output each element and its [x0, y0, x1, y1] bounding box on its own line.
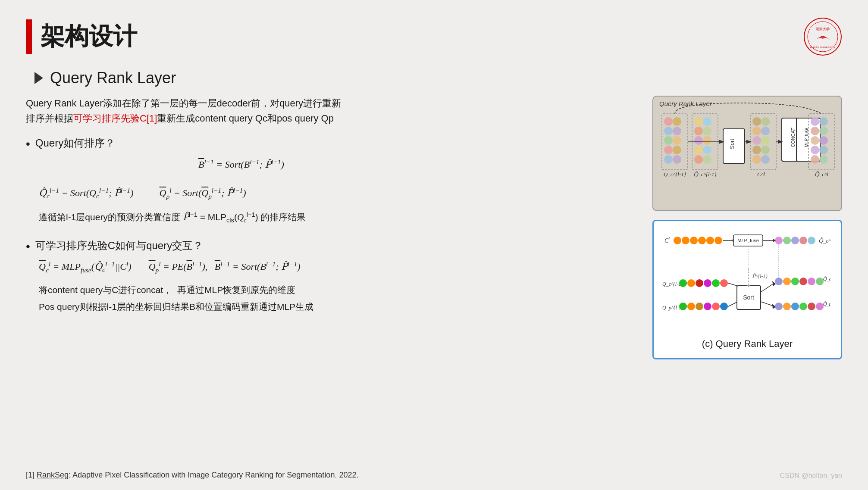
svg-point-34 — [761, 127, 770, 135]
footer: [1] RankSeg: Adaptive Pixel Classificati… — [26, 471, 842, 480]
svg-point-96 — [696, 303, 703, 310]
explain-2b: Pos query则根据l-1层的坐标回归结果B和位置编码重新通过MLP生成 — [39, 300, 627, 314]
svg-point-31 — [752, 117, 761, 126]
svg-point-70 — [706, 237, 714, 244]
svg-text:Q̄_c^l: Q̄_c^l — [818, 237, 830, 244]
svg-line-92 — [728, 283, 737, 286]
svg-point-10 — [673, 127, 681, 135]
svg-point-86 — [679, 279, 687, 287]
svg-point-91 — [720, 279, 728, 287]
formula-3b: Qpl = PE(Bl−1), Bl−1 = Sort(Bl−1; P̂l−1) — [149, 260, 301, 274]
svg-point-20 — [694, 127, 703, 135]
svg-point-120 — [799, 303, 807, 310]
svg-text:Query Rank Layer: Query Rank Layer — [659, 100, 712, 107]
svg-point-118 — [783, 303, 791, 310]
svg-point-33 — [752, 127, 761, 135]
svg-point-111 — [799, 278, 807, 285]
explain-2a: 将content query与C进行concat， 再通过MLP恢复到原先的维度 — [39, 283, 627, 297]
svg-point-25 — [703, 146, 711, 154]
svg-point-54 — [811, 155, 819, 164]
svg-point-8 — [673, 117, 681, 126]
svg-text:Q̄_c^l: Q̄_c^l — [815, 171, 828, 178]
svg-point-47 — [819, 117, 828, 126]
formula-3a: Qcl = MLPfuse(Q̂cl−1||Cl) — [39, 260, 132, 274]
svg-point-108 — [775, 278, 783, 285]
svg-point-89 — [704, 279, 711, 287]
top-diagram-svg: Query Rank Layer — [653, 97, 842, 209]
svg-point-9 — [664, 127, 673, 135]
svg-point-49 — [819, 127, 828, 135]
svg-point-81 — [799, 237, 807, 244]
slide: 架构设计 湖南大学 HUNAN UNIVERSITY Query Rank La… — [0, 0, 868, 490]
svg-line-106 — [761, 284, 774, 292]
bullet-label-1: Query如何排序？ — [35, 136, 115, 150]
svg-point-18 — [694, 117, 703, 126]
svg-text:HUNAN UNIVERSITY: HUNAN UNIVERSITY — [810, 46, 835, 49]
svg-line-115 — [761, 302, 774, 306]
svg-point-27 — [703, 155, 711, 164]
svg-point-90 — [712, 279, 720, 287]
svg-point-21 — [703, 127, 711, 135]
svg-point-52 — [811, 146, 819, 154]
svg-point-23 — [703, 136, 711, 145]
svg-point-112 — [808, 278, 815, 285]
formula-2b: Qpl = Sort(Qpl−1; P̂l−1) — [160, 187, 246, 200]
svg-text:Cl: Cl — [664, 236, 670, 244]
svg-line-100 — [728, 302, 737, 306]
svg-point-87 — [687, 279, 695, 287]
section-title: Query Rank Layer — [50, 69, 176, 87]
formula-1: Bl−1 = Sort(Bl−1; P̂l−1) — [198, 158, 284, 175]
svg-point-40 — [761, 155, 770, 164]
svg-point-69 — [698, 237, 706, 244]
bullet-section-1: • Query如何排序？ Bl−1 = Sort(Bl−1; P̂l−1) — [26, 136, 627, 225]
svg-point-95 — [687, 303, 695, 310]
svg-point-51 — [819, 136, 828, 145]
svg-text:CONCAT: CONCAT — [790, 128, 796, 147]
svg-text:Sort: Sort — [743, 294, 754, 301]
university-logo: 湖南大学 HUNAN UNIVERSITY — [803, 17, 842, 56]
svg-point-82 — [808, 237, 815, 244]
formula-2a: Q̂cl−1 = Sort(Qcl−1; P̂l−1) — [39, 187, 134, 200]
svg-text:Q̂_c^{l-1}: Q̂_c^{l-1} — [693, 171, 717, 178]
svg-point-14 — [673, 146, 681, 154]
intro-paragraph: Query Rank Layer添加在除了第一层的每一层decoder前，对qu… — [26, 96, 627, 126]
top-diagram: Query Rank Layer — [652, 96, 842, 211]
svg-point-16 — [673, 155, 681, 164]
bullet-label-2: 可学习排序先验C如何与query交互？ — [35, 239, 203, 253]
header: 架构设计 湖南大学 HUNAN UNIVERSITY — [26, 17, 842, 56]
svg-point-99 — [720, 303, 728, 310]
svg-point-37 — [752, 146, 761, 154]
formula-explain-1: 遵循第l-1层query的预测分类置信度 P̂l−1 = MLPcls(Qcl−… — [39, 210, 627, 226]
svg-point-7 — [664, 117, 673, 126]
svg-point-97 — [704, 303, 711, 310]
svg-point-66 — [674, 237, 681, 244]
red-highlight: 可学习排序先验C[1] — [73, 113, 157, 124]
bottom-diagram: Cl MLP_fuse — [652, 220, 842, 359]
svg-text:MLP_fuse: MLP_fuse — [737, 238, 759, 243]
red-accent-bar — [26, 19, 32, 54]
svg-point-98 — [712, 303, 720, 310]
svg-point-38 — [761, 146, 770, 154]
bottom-diagram-svg: Cl MLP_fuse — [662, 230, 830, 333]
svg-point-26 — [694, 155, 703, 164]
svg-point-119 — [791, 303, 799, 310]
svg-point-12 — [673, 136, 681, 145]
svg-point-55 — [819, 155, 828, 164]
svg-text:Q̄_p^l: Q̄_p^l — [823, 301, 830, 306]
svg-point-22 — [694, 136, 703, 145]
section-header: Query Rank Layer — [34, 69, 842, 87]
page-title: 架构设计 — [41, 20, 137, 53]
bullet-section-2: • 可学习排序先验C如何与query交互？ Qcl = MLPfuse(Q̂cl… — [26, 239, 627, 314]
svg-point-48 — [811, 127, 819, 135]
svg-point-79 — [783, 237, 791, 244]
svg-point-46 — [811, 117, 819, 126]
watermark-text: CSDN @helton_yan — [780, 472, 842, 480]
bullet-title-1: • Query如何排序？ — [26, 136, 627, 152]
right-content: Query Rank Layer — [652, 96, 842, 359]
svg-point-78 — [775, 237, 783, 244]
svg-point-39 — [752, 155, 761, 164]
svg-point-110 — [791, 278, 799, 285]
svg-text:Q_c^{l-1}: Q_c^{l-1} — [664, 171, 686, 178]
svg-text:Q̂_c^{l-1}: Q̂_c^{l-1} — [823, 276, 830, 281]
bullet-title-2: • 可学习排序先验C如何与query交互？ — [26, 239, 627, 254]
